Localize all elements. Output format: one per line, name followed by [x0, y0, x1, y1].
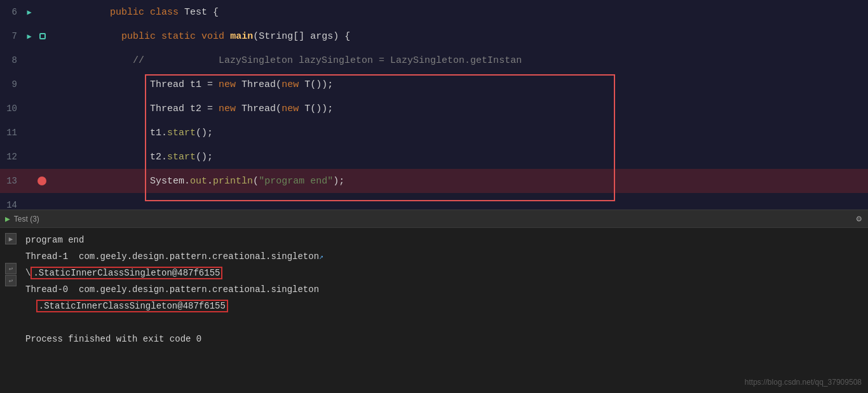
line-number-14: 14 [0, 200, 22, 210]
arrow-6: ▶ [22, 8, 36, 17]
console-text-5: .StaticInnerClassSingleton@487f6155 [25, 299, 228, 314]
console-line-2: Thread-1 com.geely.design.pattern.creati… [25, 250, 868, 266]
code-line-14: 14 [0, 193, 868, 210]
console-line-3: \.StaticInnerClassSingleton@487f6155 [25, 266, 868, 283]
console-line-5: .StaticInnerClassSingleton@487f6155 [25, 299, 868, 316]
console-header: ▶ Test (3) ⚙ [0, 210, 868, 228]
arrow-7: ▶ [22, 32, 36, 41]
console-area: ▶ Test (3) ⚙ ▶ ↩ ↩ program end Thread-1 … [0, 210, 868, 393]
console-line-1: program end [25, 233, 868, 250]
run-icon: ▶ [5, 214, 10, 224]
console-side-icons: ▶ ↩ ↩ [5, 233, 17, 286]
console-line-7: Process finished with exit code 0 [25, 332, 868, 349]
code-line-13: 13 System.out.println("program end"); [0, 169, 868, 193]
line-number-6: 6 [0, 7, 22, 17]
line-number-12: 12 [0, 152, 22, 162]
line-number-13: 13 [0, 176, 22, 186]
console-line-4: Thread-0 com.geely.design.pattern.creati… [25, 283, 868, 299]
gear-icon[interactable]: ⚙ [857, 213, 862, 224]
console-text-6 [25, 316, 31, 331]
line-number-10: 10 [0, 103, 22, 114]
console-line-6 [25, 316, 868, 332]
breakpoint-13 [36, 177, 48, 185]
console-text-1: program end [25, 233, 84, 248]
console-text-4: Thread-0 com.geely.design.pattern.creati… [25, 283, 319, 298]
breakpoint-7 [36, 33, 48, 39]
line-number-8: 8 [0, 55, 22, 65]
line-number-9: 9 [0, 79, 22, 90]
url-watermark: https://blog.csdn.net/qq_37909508 [745, 378, 862, 387]
console-icon-2[interactable]: ↩ [5, 263, 17, 274]
console-icon-3[interactable]: ↩ [5, 275, 17, 286]
line-number-11: 11 [0, 128, 22, 138]
console-output: program end Thread-1 com.geely.design.pa… [0, 228, 868, 354]
line-13-content: System.out.println("program end"); [48, 165, 868, 197]
console-text-2: Thread-1 com.geely.design.pattern.creati… [25, 250, 323, 265]
console-tab-label: Test (3) [14, 215, 39, 223]
console-icon-1[interactable]: ▶ [5, 233, 17, 244]
code-editor: 6 ▶ public class Test { 7 ▶ public stati… [0, 0, 868, 210]
line-number-7: 7 [0, 31, 22, 41]
console-text-7: Process finished with exit code 0 [25, 332, 201, 347]
console-text-3: \.StaticInnerClassSingleton@487f6155 [25, 266, 222, 281]
